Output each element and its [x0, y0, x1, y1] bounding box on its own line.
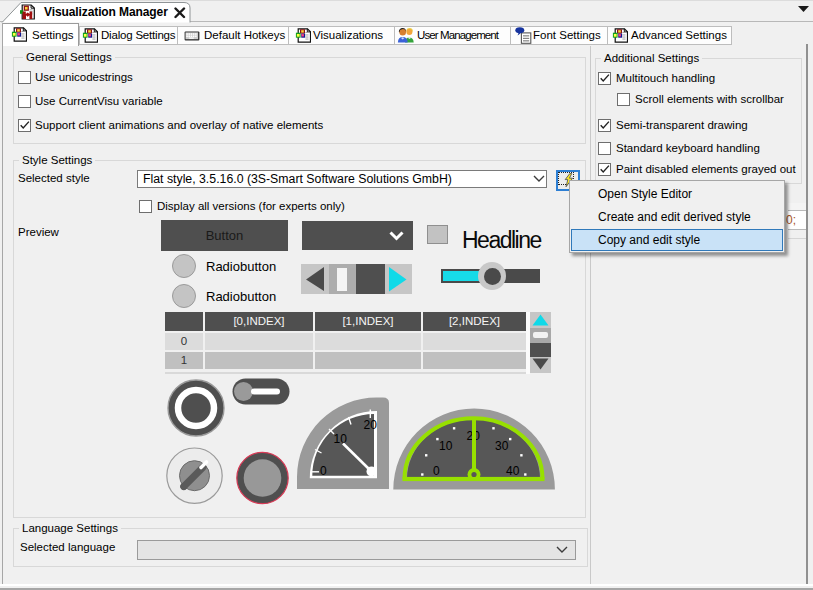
svg-text:20: 20 — [364, 418, 378, 432]
svg-text:40: 40 — [506, 464, 520, 478]
svg-text:30: 30 — [495, 439, 509, 453]
svg-text:10: 10 — [439, 439, 453, 453]
svg-text:0: 0 — [320, 464, 327, 478]
svg-text:10: 10 — [334, 432, 348, 446]
svg-text:0: 0 — [433, 464, 440, 478]
